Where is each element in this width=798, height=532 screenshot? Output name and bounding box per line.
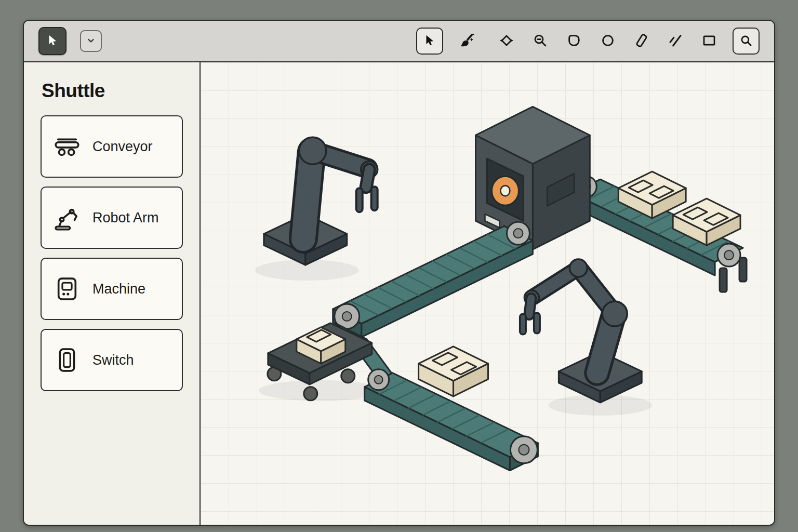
rectangle-tool-button[interactable]	[699, 31, 720, 51]
style-brush-tool-button[interactable]	[456, 31, 477, 51]
toolbar	[24, 21, 774, 62]
roller	[507, 222, 529, 245]
robot-arm-right[interactable]	[523, 259, 642, 403]
conveyor-right[interactable]	[572, 171, 747, 292]
main-area: Shuttle Conveyor	[24, 62, 774, 525]
machine[interactable]	[476, 107, 590, 249]
palette-item-label: Conveyor	[92, 139, 153, 155]
joint	[602, 301, 627, 326]
magnifier-minus-icon	[533, 33, 548, 50]
tool-dropdown-button[interactable]	[80, 30, 102, 52]
search-tool-button[interactable]	[733, 28, 760, 55]
circle-icon	[600, 33, 616, 50]
wheel	[341, 369, 355, 383]
palette-item-label: Machine	[92, 281, 145, 297]
roller	[717, 244, 740, 267]
ellipse-tool-button[interactable]	[597, 31, 618, 51]
cursor-icon	[423, 34, 436, 49]
line-tool-button[interactable]	[665, 31, 686, 51]
line-icon	[668, 33, 683, 50]
palette-item-robot-arm[interactable]: Robot Arm	[41, 187, 183, 249]
select-tool-button[interactable]	[38, 27, 66, 55]
chevron-down-icon	[86, 35, 96, 47]
conveyor-leg	[739, 258, 747, 282]
toolbar-left-group	[38, 27, 102, 55]
crate[interactable]	[419, 347, 488, 396]
switch-icon	[52, 345, 82, 375]
robot-arm-left[interactable]	[264, 137, 378, 265]
roller	[368, 369, 389, 390]
joint	[299, 137, 326, 164]
roller	[510, 436, 537, 463]
cursor-tool-button[interactable]	[416, 28, 443, 55]
conveyor-bottom[interactable]	[365, 347, 538, 471]
toolbar-right-group	[416, 28, 760, 55]
eraser-tool-button[interactable]	[631, 31, 652, 51]
zoom-tool-button[interactable]	[530, 31, 551, 51]
rectangle-icon	[701, 33, 717, 50]
design-canvas[interactable]	[201, 62, 774, 525]
machine-icon	[52, 274, 82, 304]
magic-brush-icon	[458, 32, 475, 50]
palette-item-label: Switch	[92, 352, 134, 368]
robot-arm-icon	[52, 203, 82, 233]
diamond-arrows-icon	[499, 33, 514, 50]
palette-item-switch[interactable]: Switch	[41, 329, 183, 391]
eraser-icon	[634, 33, 649, 50]
wheel	[304, 387, 317, 401]
cursor-icon	[46, 34, 59, 49]
joint	[569, 259, 587, 277]
palette-item-label: Robot Arm	[92, 210, 159, 226]
conveyor-icon	[52, 131, 82, 162]
blob-icon	[566, 33, 582, 50]
desktop-background: Shuttle Conveyor	[0, 0, 798, 532]
app-window: Shuttle Conveyor	[23, 20, 775, 526]
factory-scene	[201, 62, 774, 525]
lasso-tool-button[interactable]	[564, 31, 584, 51]
vector-tool-button[interactable]	[496, 31, 517, 51]
palette-item-machine[interactable]: Machine	[41, 258, 183, 320]
component-palette-sidebar: Shuttle Conveyor	[24, 62, 201, 525]
palette-item-conveyor[interactable]: Conveyor	[41, 115, 183, 178]
conveyor-leg	[720, 268, 727, 292]
sidebar-title: Shuttle	[42, 80, 183, 102]
search-icon	[739, 34, 753, 49]
conveyor-main[interactable]	[333, 222, 533, 337]
